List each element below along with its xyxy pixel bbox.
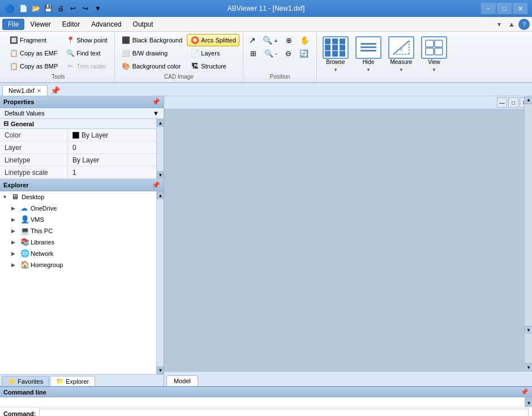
outer-scroll-down[interactable]: ▼ [525, 326, 532, 334]
tree-item-network[interactable]: ▶ 🌐 Network [0, 248, 164, 259]
maximize-button[interactable]: □ [497, 3, 512, 14]
command-output: ▲ ▼ [0, 397, 532, 407]
bw-drawing-button[interactable]: ⬜ B/W drawing [118, 47, 186, 59]
menu-file[interactable]: File [2, 19, 24, 30]
view-dropdown[interactable]: ▼ [432, 67, 436, 72]
black-background-button[interactable]: ⬛ Black Background [118, 34, 186, 46]
hide-dropdown[interactable]: ▼ [366, 67, 371, 72]
up-button[interactable]: ▲ [506, 19, 517, 30]
structure-button[interactable]: 🏗 Structure [187, 60, 239, 72]
command-line-pin[interactable]: 📌 [521, 388, 529, 396]
hand-button[interactable]: ✋ [297, 34, 313, 46]
measure-button[interactable]: d Measure [386, 34, 417, 67]
color-val[interactable]: By Layer [68, 129, 164, 141]
color-row: Color By Layer [0, 129, 164, 141]
properties-scrollbar[interactable]: ▲ ▼ [156, 119, 164, 179]
menu-output[interactable]: Output [127, 19, 159, 30]
new-button[interactable]: 📄 [18, 3, 29, 14]
fit-view-button[interactable]: ↗ [247, 34, 258, 46]
browse-button[interactable]: Browse [320, 34, 351, 67]
bw-drawing-label: B/W drawing [132, 50, 168, 57]
copy-emf-button[interactable]: 📋 Copy as EMF [6, 47, 61, 59]
menu-viewer[interactable]: Viewer [24, 19, 56, 30]
structure-icon: 🏗 [190, 62, 199, 71]
trim-raster-button[interactable]: ✂ Trim raster [62, 60, 110, 72]
print-button[interactable]: 🖨 [55, 3, 66, 14]
favorites-tab[interactable]: ⭐ Favorites [2, 376, 49, 386]
menu-advanced[interactable]: Advanced [85, 19, 127, 30]
help-button[interactable]: ? [518, 19, 530, 30]
zoom-in2-button[interactable]: ⊕ [282, 34, 295, 46]
explorer-scrollbar[interactable]: ▲ ▼ [156, 191, 164, 374]
app-icon: 🔵 [5, 4, 14, 13]
default-values-label: Default Values [5, 110, 45, 117]
measure-dropdown[interactable]: ▼ [399, 67, 404, 72]
zoom-out-button[interactable]: 🔍- [261, 47, 281, 59]
restore-panel-button[interactable]: □ [508, 97, 518, 108]
command-scrollbar[interactable]: ▲ ▼ [525, 397, 532, 407]
canvas-scroll-down[interactable]: ▼ [525, 363, 532, 371]
find-text-button[interactable]: 🔍 Find text [62, 47, 110, 59]
libraries-arrow: ▶ [11, 239, 19, 245]
minimize-panel-button[interactable]: — [497, 97, 507, 108]
zoom-out2-button[interactable]: ⊖ [282, 47, 295, 59]
tab-close-button[interactable]: ✕ [37, 88, 41, 94]
explorer-scroll-down[interactable]: ▼ [157, 366, 164, 374]
copy-bmp-button[interactable]: 📋 Copy as BMP [6, 60, 61, 72]
help-dropdown-button[interactable]: ▾ [494, 19, 505, 30]
tab-pin-button[interactable]: 📌 [48, 85, 62, 96]
cmd-scroll-down[interactable]: ▼ [525, 399, 532, 407]
drawing-canvas[interactable]: ▲ ▼ [164, 109, 532, 371]
measure-wrapper: d Measure ▼ [386, 34, 417, 72]
zoom-in-button[interactable]: 🔍+ [259, 34, 281, 46]
arcs-splitted-button[interactable]: ⭕ Arcs Splitted [187, 34, 239, 46]
tree-item-homegroup[interactable]: ▶ 🏠 Homegroup [0, 259, 164, 271]
scroll-down[interactable]: ▼ [157, 171, 164, 179]
layers-button[interactable]: 📄 Layers [187, 47, 239, 59]
save-button[interactable]: 💾 [42, 3, 54, 14]
refresh-button[interactable]: 🔄 [296, 47, 312, 59]
show-point-button[interactable]: 📍 Show point [62, 34, 110, 46]
background-color-button[interactable]: 🎨 Background color [118, 60, 186, 72]
tree-item-vms[interactable]: ▶ 👤 VMS [0, 214, 164, 225]
window-controls: − □ ✕ [481, 3, 527, 14]
onedrive-icon: ☁ [20, 204, 29, 213]
customize-button[interactable]: ▼ [92, 3, 104, 14]
command-input[interactable] [39, 409, 529, 416]
minimize-button[interactable]: − [481, 3, 496, 14]
ribbon-group-panels: Browse ▼ Hide [317, 33, 453, 82]
linetype-val[interactable]: By Layer [68, 154, 164, 166]
layer-val[interactable]: 0 [68, 141, 164, 153]
tree-item-thispc[interactable]: ▶ 💻 This PC [0, 225, 164, 237]
properties-pin[interactable]: 📌 [152, 98, 160, 106]
properties-dropdown[interactable]: Default Values ▼ [0, 108, 164, 119]
svg-rect-8 [435, 40, 443, 47]
tree-item-libraries[interactable]: ▶ 📚 Libraries [0, 237, 164, 248]
explorer-scroll-up[interactable]: ▲ [157, 191, 164, 199]
fragment-button[interactable]: 🔲 Fragment [6, 34, 61, 46]
linetype-scale-val[interactable]: 1 [68, 166, 164, 178]
hide-button[interactable]: Hide [353, 34, 384, 67]
model-tab[interactable]: Model [166, 375, 198, 386]
open-button[interactable]: 📂 [30, 3, 41, 14]
ribbon-toolbar: 🔲 Fragment 📋 Copy as EMF 📋 Copy as BMP 📍 [0, 32, 532, 82]
model-tab-label: Model [174, 378, 191, 384]
tree-item-onedrive[interactable]: ▶ ☁ OneDrive [0, 203, 164, 214]
scroll-up[interactable]: ▲ [157, 119, 164, 127]
outer-scrollbar[interactable]: ▲ ▼ [524, 96, 532, 334]
tree-item-desktop[interactable]: ▼ 🖥 Desktop [0, 191, 164, 203]
left-panel: Properties 📌 Default Values ▼ ⊟ General … [0, 96, 164, 386]
explorer-pin[interactable]: 📌 [152, 181, 160, 189]
outer-scroll-up[interactable]: ▲ [525, 96, 532, 104]
menu-editor[interactable]: Editor [57, 19, 85, 30]
expand-icon[interactable]: ⊟ [3, 120, 8, 127]
tab-new1dxf[interactable]: New1.dxf ✕ [2, 85, 48, 96]
undo-button[interactable]: ↩ [67, 3, 79, 14]
view-button[interactable]: View [419, 34, 449, 67]
position-group-label: Position [247, 72, 313, 81]
redo-button[interactable]: ↪ [80, 3, 91, 14]
zoom-window-button[interactable]: ⊞ [247, 47, 260, 59]
close-button[interactable]: ✕ [513, 3, 527, 14]
browse-dropdown[interactable]: ▼ [333, 67, 338, 72]
explorer-tab[interactable]: 📁 Explorer [50, 376, 95, 386]
